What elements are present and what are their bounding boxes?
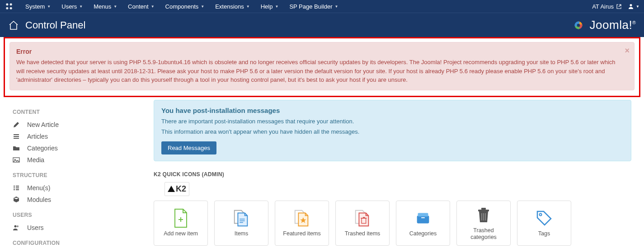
svg-rect-6 [14, 136, 19, 137]
svg-rect-22 [478, 210, 489, 211]
image-icon [13, 156, 21, 164]
menu-system[interactable]: System▼ [20, 3, 56, 10]
pencil-icon [13, 121, 21, 128]
close-icon[interactable]: × [625, 46, 630, 56]
post-install-messages: You have post-installation messages Ther… [154, 100, 631, 161]
post-heading: You have post-installation messages [161, 107, 624, 114]
section-users: USERS [13, 212, 154, 218]
alert-body: We have detected that your server is usi… [16, 58, 620, 84]
svg-point-2 [6, 7, 8, 9]
alert-title: Error [16, 48, 620, 55]
nav-label: Menu(s) [27, 184, 50, 192]
k2-panel-title: K2 QUICK ICONS (ADMIN) [154, 171, 631, 178]
menu-menus[interactable]: Menus▼ [88, 3, 122, 10]
site-link[interactable]: AT Airus [592, 3, 621, 10]
nav-label: Media [27, 156, 44, 164]
file-plus-icon [171, 209, 190, 228]
list-icon [13, 184, 21, 192]
menu-content[interactable]: Content▼ [122, 3, 160, 10]
read-messages-button[interactable]: Read Messages [161, 141, 216, 154]
icon-label: Trashed categories [460, 227, 508, 241]
k2-add-new-item[interactable]: Add new item [154, 201, 208, 246]
user-menu[interactable]: ▼ [628, 3, 639, 9]
svg-rect-21 [421, 217, 425, 218]
svg-rect-19 [417, 215, 429, 223]
caret-down-icon: ▼ [275, 5, 278, 9]
nav-label: Modules [27, 196, 51, 203]
nav-menus[interactable]: Menu(s) [13, 182, 154, 194]
nav-label: Categories [27, 145, 58, 152]
svg-rect-12 [14, 187, 15, 188]
topbar-right: AT Airus ▼ [592, 3, 639, 10]
svg-point-3 [10, 7, 12, 9]
home-icon [8, 20, 25, 31]
menu-users[interactable]: Users▼ [56, 3, 88, 10]
k2-logo: K2 [165, 182, 189, 196]
svg-rect-5 [14, 134, 19, 135]
post-line2: This information area won't appear when … [161, 128, 624, 135]
svg-rect-10 [14, 186, 15, 187]
caret-down-icon: ▼ [79, 5, 83, 9]
admin-topbar: System▼ Users▼ Menus▼ Content▼ Component… [0, 0, 644, 13]
icon-label: Trashed items [345, 230, 381, 237]
nav-modules[interactable]: Modules [13, 194, 154, 206]
icon-label: Featured items [283, 230, 320, 237]
page-header: Control Panel Joomla!® [0, 13, 644, 37]
section-configuration: CONFIGURATION [13, 240, 154, 246]
icon-label: Add new item [164, 230, 198, 237]
document-trash-icon [353, 209, 372, 228]
svg-rect-7 [14, 138, 19, 139]
user-icon [628, 3, 634, 9]
svg-point-16 [14, 225, 17, 227]
svg-rect-26 [485, 213, 486, 220]
nav-new-article[interactable]: New Article [13, 119, 154, 131]
svg-point-17 [17, 225, 19, 227]
caret-down-icon: ▼ [113, 5, 117, 9]
k2-icon-grid: Add new item Items Featured items Trashe… [154, 201, 631, 246]
k2-items[interactable]: Items [214, 201, 268, 246]
caret-down-icon: ▼ [246, 5, 250, 9]
tag-icon [535, 209, 554, 228]
section-structure: STRUCTURE [13, 172, 154, 178]
main-content: You have post-installation messages Ther… [154, 100, 644, 248]
menu-sp-page-builder[interactable]: SP Page Builder▼ [284, 3, 343, 10]
caret-down-icon: ▼ [47, 5, 51, 9]
svg-rect-25 [483, 213, 484, 220]
k2-trashed-categories[interactable]: Trashed categories [456, 201, 511, 246]
k2-categories[interactable]: Categories [396, 201, 450, 246]
documents-icon [232, 209, 251, 228]
nav-articles[interactable]: Articles [13, 131, 154, 142]
nav-label: Articles [27, 133, 48, 140]
k2-featured-items[interactable]: Featured items [275, 201, 329, 246]
icon-label: Categories [409, 230, 437, 237]
joomla-icon [5, 2, 20, 11]
menu-extensions[interactable]: Extensions▼ [210, 3, 255, 10]
svg-point-0 [6, 3, 8, 5]
caret-down-icon: ▼ [151, 5, 155, 9]
stack-icon [13, 133, 21, 140]
icon-label: Tags [538, 230, 550, 237]
nav-media[interactable]: Media [13, 154, 154, 166]
error-alert: × Error We have detected that your serve… [9, 42, 635, 90]
k2-trashed-items[interactable]: Trashed items [335, 201, 390, 246]
caret-down-icon: ▼ [201, 5, 204, 9]
menu-help[interactable]: Help▼ [255, 3, 284, 10]
svg-rect-23 [481, 208, 486, 210]
svg-rect-24 [481, 213, 482, 220]
cube-icon [13, 196, 21, 203]
nav-categories[interactable]: Categories [13, 142, 154, 154]
nav-users[interactable]: Users [13, 222, 154, 234]
k2-logo-text: K2 [176, 184, 186, 194]
user-icon [13, 224, 21, 231]
caret-down-icon: ▼ [636, 5, 639, 9]
k2-tags[interactable]: Tags [517, 201, 571, 246]
sidebar: CONTENT New Article Articles Categories … [0, 100, 154, 248]
section-content: CONTENT [13, 109, 154, 115]
menu-components[interactable]: Components▼ [160, 3, 210, 10]
svg-rect-20 [418, 213, 428, 217]
caret-down-icon: ▼ [335, 5, 338, 9]
svg-rect-15 [16, 189, 19, 190]
trash-icon [474, 206, 493, 225]
svg-rect-11 [16, 186, 19, 187]
icon-label: Items [235, 230, 249, 237]
